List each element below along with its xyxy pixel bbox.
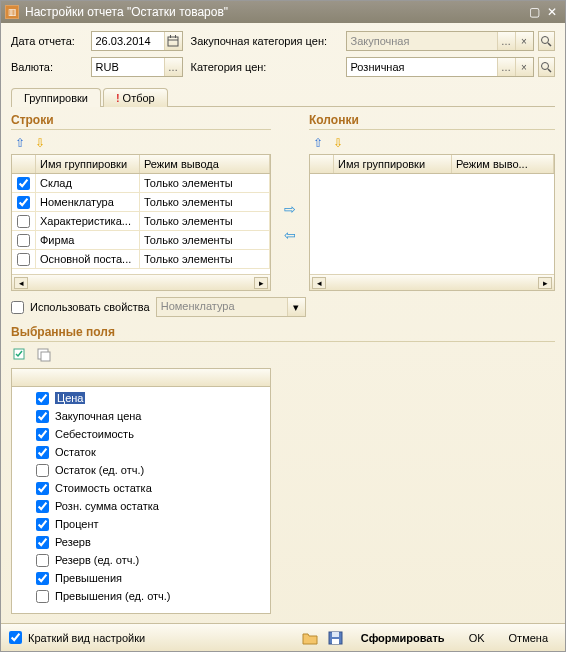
cols-scroll-right-button[interactable]: ▸ — [538, 277, 552, 289]
date-picker-button[interactable] — [164, 32, 182, 50]
row-checkbox[interactable] — [17, 215, 30, 228]
properties-dropdown[interactable]: Номенклатура ▾ — [156, 297, 306, 317]
price-cat-label: Категория цен: — [191, 61, 342, 73]
uncheck-all-icon — [37, 348, 53, 362]
scroll-left-button[interactable]: ◂ — [14, 277, 28, 289]
cols-scrollbar[interactable]: ◂ ▸ — [310, 274, 554, 290]
cancel-button[interactable]: Отмена — [500, 629, 557, 647]
list-item[interactable]: Процент — [12, 515, 270, 533]
field-checkbox[interactable] — [36, 410, 49, 423]
list-item[interactable]: Резерв — [12, 533, 270, 551]
list-item[interactable]: Превышения (ед. отч.) — [12, 587, 270, 605]
cols-move-up-button[interactable]: ⇧ — [309, 134, 327, 152]
row-check-cell — [12, 174, 36, 192]
row-mode-cell: Только элементы — [140, 231, 270, 249]
field-checkbox[interactable] — [36, 500, 49, 513]
cols-move-down-button[interactable]: ⇩ — [329, 134, 347, 152]
list-item[interactable]: Превышения — [12, 569, 270, 587]
move-arrows: ⇨ ⇦ — [281, 113, 299, 291]
row-checkbox[interactable] — [17, 234, 30, 247]
field-checkbox[interactable] — [36, 482, 49, 495]
list-item[interactable]: Остаток — [12, 443, 270, 461]
rows-grid-body[interactable]: СкладТолько элементыНоменклатураТолько э… — [12, 174, 270, 274]
currency-input[interactable] — [92, 58, 164, 76]
date-label: Дата отчета: — [11, 35, 87, 47]
cols-scroll-left-button[interactable]: ◂ — [312, 277, 326, 289]
short-view-label: Краткий вид настройки — [28, 632, 145, 644]
field-label: Цена — [55, 392, 85, 404]
cols-panel: Колонки ⇧ ⇩ Имя группировки Режим выво..… — [309, 113, 555, 291]
move-up-button[interactable]: ⇧ — [11, 134, 29, 152]
cols-grid: Имя группировки Режим выво... ◂ ▸ — [309, 154, 555, 291]
short-view-checkbox[interactable] — [9, 631, 22, 644]
tab-groupings[interactable]: Группировки — [11, 88, 101, 107]
price-cat-select-button[interactable]: … — [497, 58, 515, 76]
price-cat-input[interactable] — [347, 58, 497, 76]
row-checkbox[interactable] — [17, 253, 30, 266]
field-checkbox[interactable] — [36, 392, 49, 405]
open-settings-button[interactable] — [300, 628, 320, 648]
field-checkbox[interactable] — [36, 464, 49, 477]
date-input[interactable] — [92, 32, 164, 50]
use-properties-checkbox[interactable] — [11, 301, 24, 314]
uncheck-all-button[interactable] — [35, 346, 55, 364]
date-input-wrap — [91, 31, 183, 51]
table-row[interactable]: Характеристика...Только элементы — [12, 212, 270, 231]
field-checkbox[interactable] — [36, 590, 49, 603]
table-row[interactable]: СкладТолько элементы — [12, 174, 270, 193]
row-checkbox[interactable] — [17, 196, 30, 209]
selected-fields-title: Выбранные поля — [11, 325, 555, 342]
field-checkbox[interactable] — [36, 518, 49, 531]
currency-label: Валюта: — [11, 61, 87, 73]
field-checkbox[interactable] — [36, 554, 49, 567]
row-checkbox[interactable] — [17, 177, 30, 190]
table-row[interactable]: ФирмаТолько элементы — [12, 231, 270, 250]
field-checkbox[interactable] — [36, 428, 49, 441]
currency-select-button[interactable]: … — [164, 58, 182, 76]
tab-filter[interactable]: !Отбор — [103, 88, 168, 107]
rows-panel: Строки ⇧ ⇩ Имя группировки Режим вывода … — [11, 113, 271, 291]
row-check-cell — [12, 250, 36, 268]
field-checkbox[interactable] — [36, 536, 49, 549]
magnifier-icon — [540, 61, 552, 73]
svg-rect-10 — [41, 352, 50, 361]
properties-dropdown-button[interactable]: ▾ — [287, 298, 305, 316]
list-item[interactable]: Розн. сумма остатка — [12, 497, 270, 515]
list-item[interactable]: Резерв (ед. отч.) — [12, 551, 270, 569]
purchase-cat-select-button[interactable]: … — [497, 32, 515, 50]
list-item[interactable]: Себестоимость — [12, 425, 270, 443]
purchase-cat-clear-button[interactable]: × — [515, 32, 533, 50]
purchase-cat-label: Закупочная категория цен: — [191, 35, 342, 47]
move-right-button[interactable]: ⇨ — [281, 200, 299, 218]
check-all-button[interactable] — [11, 346, 31, 364]
cols-grid-body[interactable] — [310, 174, 554, 274]
maximize-button[interactable]: ▢ — [525, 4, 543, 20]
field-label: Закупочная цена — [55, 410, 141, 422]
table-row[interactable]: Основной поста...Только элементы — [12, 250, 270, 269]
move-down-button[interactable]: ⇩ — [31, 134, 49, 152]
ok-button[interactable]: OK — [460, 629, 494, 647]
list-item[interactable]: Остаток (ед. отч.) — [12, 461, 270, 479]
list-item[interactable]: Закупочная цена — [12, 407, 270, 425]
price-cat-lookup-button[interactable] — [538, 57, 555, 77]
rows-scrollbar[interactable]: ◂ ▸ — [12, 274, 270, 290]
list-item[interactable]: Стоимость остатка — [12, 479, 270, 497]
svg-rect-13 — [332, 639, 339, 644]
purchase-cat-lookup-button[interactable] — [538, 31, 555, 51]
move-left-button[interactable]: ⇦ — [281, 226, 299, 244]
row-name-cell: Фирма — [36, 231, 140, 249]
list-item[interactable]: Цена — [12, 389, 270, 407]
footer: Краткий вид настройки Сформировать OK От… — [1, 623, 565, 651]
purchase-cat-input[interactable] — [347, 32, 497, 50]
row-name-cell: Номенклатура — [36, 193, 140, 211]
field-checkbox[interactable] — [36, 572, 49, 585]
scroll-right-button[interactable]: ▸ — [254, 277, 268, 289]
close-button[interactable]: ✕ — [543, 4, 561, 20]
generate-button[interactable]: Сформировать — [352, 629, 454, 647]
selected-fields-list[interactable]: ЦенаЗакупочная ценаСебестоимостьОстатокО… — [12, 387, 270, 607]
window-title: Настройки отчета "Остатки товаров" — [25, 5, 525, 19]
save-settings-button[interactable] — [326, 628, 346, 648]
field-checkbox[interactable] — [36, 446, 49, 459]
table-row[interactable]: НоменклатураТолько элементы — [12, 193, 270, 212]
price-cat-clear-button[interactable]: × — [515, 58, 533, 76]
